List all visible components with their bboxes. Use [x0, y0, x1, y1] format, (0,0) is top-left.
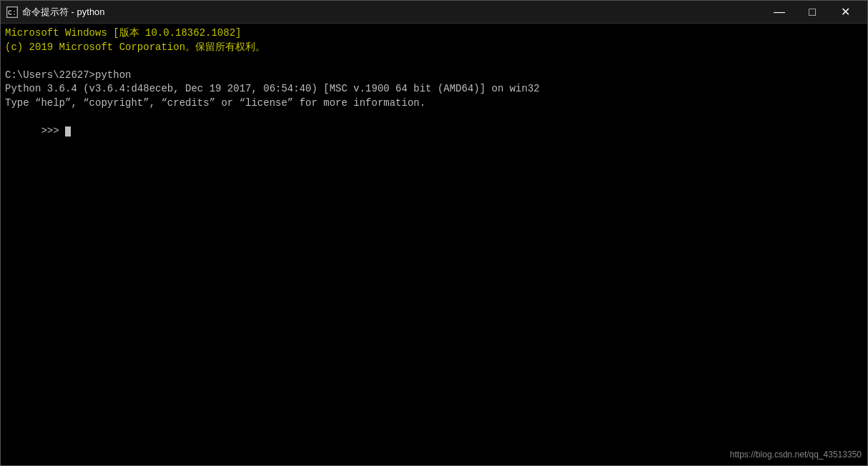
prompt-symbol: >>> [41, 125, 65, 137]
window-title: 命令提示符 - python [22, 6, 763, 19]
svg-text:C:\: C:\ [8, 9, 18, 17]
terminal-line-5: Python 3.6.4 (v3.6.4:d48eceb, Dec 19 201… [5, 82, 863, 96]
window-controls: — □ ✕ [763, 1, 862, 24]
terminal-prompt-line: >>> [5, 111, 863, 153]
terminal-line-4: C:\Users\22627>python [5, 69, 863, 83]
window-icon: C:\ [6, 6, 18, 18]
cursor-blink [65, 127, 71, 137]
minimize-button[interactable]: — [763, 1, 796, 24]
terminal-body[interactable]: Microsoft Windows [版本 10.0.18362.1082] (… [1, 24, 867, 465]
close-button[interactable]: ✕ [829, 1, 862, 24]
terminal-line-6: Type “help”, “copyright”, “credits” or “… [5, 96, 863, 111]
title-bar: C:\ 命令提示符 - python — □ ✕ [1, 1, 867, 24]
terminal-line-2: (c) 2019 Microsoft Corporation。保留所有权利。 [5, 41, 863, 55]
watermark: https://blog.csdn.net/qq_43513350 [730, 450, 862, 460]
terminal-line-1: Microsoft Windows [版本 10.0.18362.1082] [5, 26, 863, 41]
terminal-line-3 [5, 54, 863, 69]
maximize-button[interactable]: □ [796, 1, 829, 24]
cmd-window: C:\ 命令提示符 - python — □ ✕ Microsoft Windo… [0, 0, 868, 466]
